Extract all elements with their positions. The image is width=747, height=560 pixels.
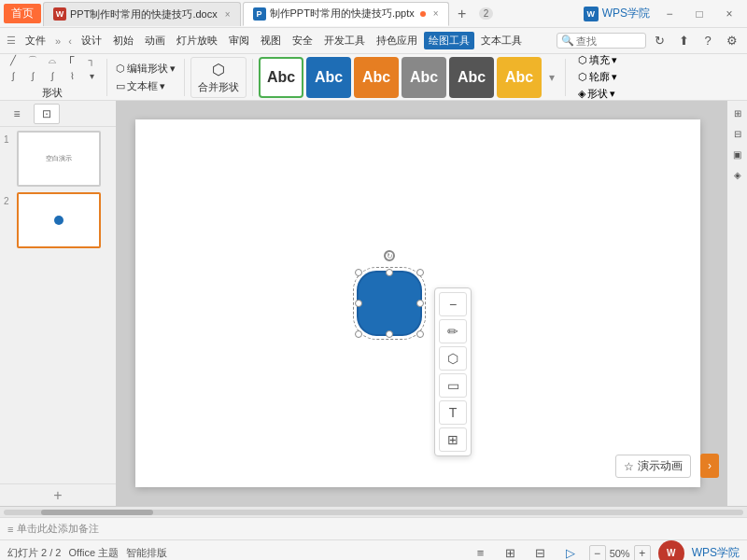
handle-bot-left[interactable] <box>355 330 362 338</box>
menu-devtools[interactable]: 开发工具 <box>319 32 370 49</box>
rounded-rectangle-shape[interactable] <box>357 271 422 336</box>
curve-tool3[interactable]: ∫ <box>43 69 62 84</box>
abc-more-button[interactable]: ▾ <box>544 57 559 98</box>
maximize-button[interactable]: □ <box>685 3 713 25</box>
tab-docx-close[interactable]: × <box>225 9 231 20</box>
new-tab-button[interactable]: + <box>451 3 473 25</box>
scrollbar-thumb[interactable] <box>41 510 153 515</box>
help-icon[interactable]: ? <box>697 30 719 52</box>
zoom-out-btn[interactable]: − <box>589 545 606 561</box>
smart-layout-btn[interactable]: 智能排版 <box>126 546 167 560</box>
mini-btn-1[interactable]: ⊞ <box>729 105 746 121</box>
search-box[interactable]: 🔍 <box>557 33 646 49</box>
tab-pptx[interactable]: P 制作PPT时常用的快捷技巧.pptx × <box>243 2 449 26</box>
menu-view[interactable]: 视图 <box>256 32 286 49</box>
shape-label-btn[interactable]: 形状 <box>36 84 68 102</box>
menu-review[interactable]: 审阅 <box>224 32 254 49</box>
shape-effect-btn[interactable]: ◈ 形状 ▾ <box>575 86 620 102</box>
share-icon[interactable]: ⬆ <box>672 30 695 52</box>
home-tab[interactable]: 首页 <box>4 4 41 23</box>
slide-thumb-2[interactable]: 2 <box>4 192 112 248</box>
line-tool[interactable]: ╱ <box>4 53 22 68</box>
handle-top-mid[interactable] <box>386 269 393 276</box>
arrow-down[interactable]: ▾ <box>82 69 101 84</box>
handle-top-right[interactable] <box>416 269 424 276</box>
expand-arrow[interactable]: » <box>52 34 63 49</box>
float-group-btn[interactable]: ⊞ <box>439 427 467 452</box>
line-tool2[interactable]: ⌒ <box>23 53 42 68</box>
view-normal-btn[interactable]: ≡ <box>470 542 492 561</box>
line-tool5[interactable]: ┐ <box>82 53 101 68</box>
list-view-btn[interactable]: ≡ <box>4 104 30 124</box>
view-present-btn[interactable]: ▷ <box>559 542 582 561</box>
menu-arrow-left[interactable]: ☰ <box>4 33 19 49</box>
curve-tool2[interactable]: ∫ <box>23 69 42 84</box>
menu-design[interactable]: 设计 <box>77 32 106 49</box>
tab-docx[interactable]: W PPT制作时常用的快捷技巧.docx × <box>43 2 241 26</box>
float-text-btn[interactable]: T <box>439 400 467 425</box>
menu-draw-tools[interactable]: 绘图工具 <box>424 32 474 49</box>
float-fill-btn[interactable]: ⬡ <box>439 346 467 371</box>
shape-container[interactable]: ↻ <box>357 271 422 336</box>
wps-academy-button[interactable]: W WPS学院 <box>584 6 650 21</box>
line-tool4[interactable]: Γ <box>63 53 81 68</box>
animation-arrow-btn[interactable]: › <box>700 454 719 478</box>
refresh-icon[interactable]: ↻ <box>648 30 670 52</box>
float-rect-btn[interactable]: ▭ <box>439 373 467 398</box>
view-sort-btn[interactable]: ⊟ <box>529 542 552 561</box>
menu-security[interactable]: 安全 <box>288 32 317 49</box>
float-minus-btn[interactable]: − <box>439 292 467 316</box>
menu-initial[interactable]: 初始 <box>108 32 138 49</box>
grid-view-btn[interactable]: ⊡ <box>34 104 60 124</box>
view-grid-btn[interactable]: ⊞ <box>500 542 522 561</box>
mini-btn-2[interactable]: ⊟ <box>729 125 746 142</box>
float-pencil-btn[interactable]: ✏ <box>439 319 467 343</box>
wps-academy-bottom[interactable]: WPS学院 <box>692 545 740 560</box>
horizontal-scrollbar[interactable] <box>0 506 747 517</box>
abc-style-gray[interactable]: Abc <box>402 57 446 98</box>
slide-preview-1[interactable]: 空白演示 <box>17 131 101 187</box>
menu-special[interactable]: 持色应用 <box>372 32 422 49</box>
add-slide-button[interactable]: + <box>0 483 116 506</box>
menu-slideshow[interactable]: 灯片放映 <box>172 32 222 49</box>
menu-animation[interactable]: 动画 <box>140 32 170 49</box>
minimize-button[interactable]: − <box>655 3 684 25</box>
slide-preview-2[interactable] <box>17 192 101 248</box>
edit-shape-btn[interactable]: ⬡ 编辑形状 ▾ <box>113 61 178 77</box>
canvas-area[interactable]: ↻ − ✏ <box>117 101 747 506</box>
menu-text-tools[interactable]: 文本工具 <box>476 32 527 49</box>
fill-btn[interactable]: ⬡ 填充 ▾ <box>575 52 620 68</box>
animation-button[interactable]: ☆ 演示动画 <box>615 455 691 478</box>
edit-shape-group: ⬡ 编辑形状 ▾ ▭ 文本框 ▾ <box>113 61 178 94</box>
search-input[interactable] <box>576 35 641 47</box>
fill-icon: ⬡ <box>578 54 587 66</box>
merge-shapes-btn[interactable]: ⬡ 合并形状 <box>190 57 247 98</box>
settings-icon[interactable]: ⚙ <box>721 30 743 52</box>
handle-right-mid[interactable] <box>416 300 424 307</box>
rotate-handle[interactable]: ↻ <box>384 250 395 261</box>
zoom-in-btn[interactable]: + <box>634 545 651 561</box>
abc-style-orange[interactable]: Abc <box>354 57 399 98</box>
tab-pptx-close[interactable]: × <box>433 8 439 19</box>
abc-style-blue[interactable]: Abc <box>306 57 351 98</box>
note-bar[interactable]: ≡ 单击此处添加备注 <box>0 517 747 539</box>
curve-tool4[interactable]: ⌇ <box>63 69 81 84</box>
mini-btn-4[interactable]: ◈ <box>729 166 746 183</box>
text-box-btn[interactable]: ▭ 文本框 ▾ <box>113 78 178 94</box>
handle-bot-right[interactable] <box>416 330 424 338</box>
abc-style-yellow[interactable]: Abc <box>497 57 542 98</box>
line-tool3[interactable]: ⌓ <box>43 53 62 68</box>
abc-style-outlined[interactable]: Abc <box>259 57 303 98</box>
outline-btn[interactable]: ⬡ 轮廓 ▾ <box>575 69 620 85</box>
curve-tool1[interactable]: ∫ <box>4 69 22 84</box>
handle-left-mid[interactable] <box>355 300 362 307</box>
handle-top-left[interactable] <box>355 269 362 276</box>
wps-logo-bottom[interactable]: W <box>658 540 684 561</box>
close-button[interactable]: × <box>715 3 743 25</box>
menu-file[interactable]: 文件 <box>21 32 50 49</box>
slide-thumb-1[interactable]: 1 空白演示 <box>4 131 112 187</box>
abc-style-darkgray[interactable]: Abc <box>449 57 494 98</box>
mini-btn-3[interactable]: ▣ <box>729 146 746 162</box>
nav-left[interactable]: ‹ <box>65 34 75 49</box>
handle-bot-mid[interactable] <box>386 330 393 338</box>
